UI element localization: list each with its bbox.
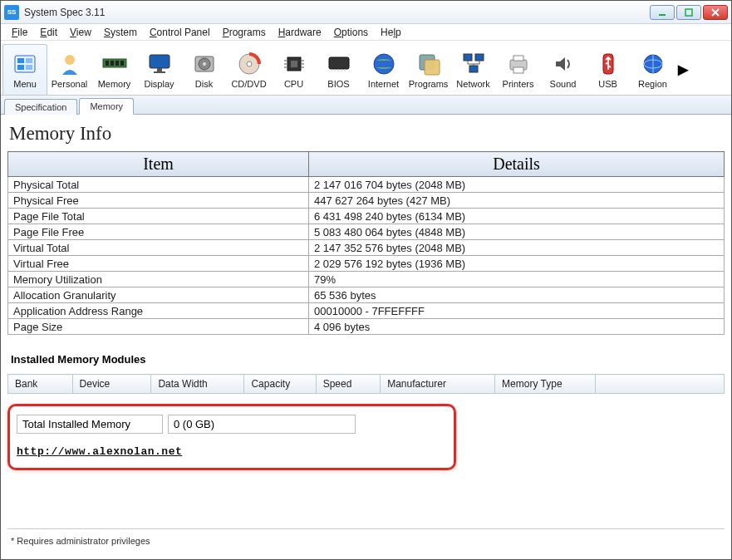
svg-rect-8 (26, 65, 32, 70)
table-row: Virtual Total2 147 352 576 bytes (2048 M… (8, 240, 725, 256)
col-details: Details (309, 152, 725, 177)
svg-rect-16 (157, 68, 162, 71)
modules-table: Bank Device Data Width Capacity Speed Ma… (7, 374, 725, 394)
tool-label: Display (144, 79, 174, 89)
menu-controlpanel[interactable]: Control Panel (144, 25, 216, 40)
modules-col-speed[interactable]: Speed (316, 375, 381, 394)
svg-rect-31 (329, 57, 349, 69)
window-title: System Spec 3.11 (24, 7, 650, 18)
svg-rect-15 (150, 55, 169, 68)
minimize-button[interactable] (650, 5, 675, 20)
table-row: Application Address Range00010000 - 7FFE… (8, 303, 725, 319)
cpu-icon (281, 51, 307, 77)
programs-icon (415, 51, 442, 77)
modules-col-capacity[interactable]: Capacity (244, 375, 316, 394)
tool-network[interactable]: Network (451, 44, 496, 95)
toolbar-overflow[interactable]: ▶ (676, 44, 690, 95)
tool-programs[interactable]: Programs (406, 44, 451, 95)
app-icon: SS (4, 5, 19, 20)
menu-hardware[interactable]: Hardware (273, 25, 327, 40)
region-icon (640, 51, 666, 77)
app-window: SS System Spec 3.11 File Edit View Syste… (0, 0, 732, 560)
memory-info-table: Item Details Physical Total2 147 016 704… (7, 151, 725, 335)
svg-rect-12 (111, 61, 114, 66)
tool-internet[interactable]: Internet (361, 44, 406, 95)
svg-rect-24 (291, 61, 297, 67)
menu-programs[interactable]: Programs (217, 25, 272, 40)
bios-icon (326, 51, 352, 77)
col-item: Item (8, 152, 309, 177)
tab-memory[interactable]: Memory (79, 98, 134, 115)
tool-cpu[interactable]: CPU (272, 44, 317, 95)
menu-system[interactable]: System (98, 25, 143, 40)
disk-icon (191, 51, 218, 77)
modules-col-datawidth[interactable]: Data Width (151, 375, 244, 394)
modules-col-spacer (595, 375, 724, 394)
table-row: Page File Total6 431 498 240 bytes (6134… (8, 209, 725, 224)
modules-col-bank[interactable]: Bank (8, 375, 73, 394)
internet-icon (371, 51, 397, 77)
svg-point-22 (247, 61, 252, 66)
svg-rect-14 (120, 61, 124, 66)
tool-label: Memory (98, 79, 131, 89)
toolbar: Menu Personal Memory Display Disk CD/DVD… (1, 41, 731, 96)
table-row: Physical Free447 627 264 bytes (427 MB) (8, 193, 725, 209)
table-row: Virtual Free2 029 576 192 bytes (1936 MB… (8, 256, 725, 272)
tool-label: CD/DVD (231, 79, 266, 89)
tool-label: Disk (195, 79, 213, 89)
tool-sound[interactable]: Sound (541, 44, 586, 95)
usb-icon (595, 51, 621, 77)
menubar: File Edit View System Control Panel Prog… (1, 24, 731, 41)
tool-label: USB (598, 79, 617, 89)
menu-icon (12, 51, 38, 77)
menu-options[interactable]: Options (328, 25, 374, 40)
tool-label: Menu (13, 79, 37, 89)
tool-bios[interactable]: BIOS (317, 44, 361, 95)
tool-display[interactable]: Display (137, 44, 182, 95)
tool-menu[interactable]: Menu (2, 44, 47, 95)
installed-modules-section: Installed Memory Modules Bank Device Dat… (7, 353, 725, 470)
menu-view[interactable]: View (64, 25, 97, 40)
tool-cd[interactable]: CD/DVD (227, 44, 272, 95)
table-row: Page Size4 096 bytes (8, 319, 725, 335)
tool-label: Sound (550, 79, 577, 89)
svg-rect-17 (154, 71, 165, 73)
tool-label: Personal (52, 79, 87, 89)
menu-file[interactable]: File (6, 25, 33, 40)
tool-disk[interactable]: Disk (182, 44, 227, 95)
memory-icon (101, 51, 128, 77)
tabs: Specification Memory (1, 96, 731, 115)
website-link[interactable]: http://www.alexnolan.net (17, 445, 447, 458)
tool-label: Internet (368, 79, 399, 89)
tool-label: Network (456, 79, 489, 89)
highlight-box: Total Installed Memory http://www.alexno… (7, 404, 456, 470)
tool-usb[interactable]: USB (586, 44, 631, 95)
page-title: Memory Info (7, 120, 725, 151)
tab-specification[interactable]: Specification (4, 99, 77, 115)
modules-col-manufacturer[interactable]: Manufacturer (381, 375, 495, 394)
tool-printers[interactable]: Printers (496, 44, 541, 95)
personal-icon (56, 51, 83, 77)
printers-icon (505, 51, 532, 77)
svg-rect-42 (469, 66, 478, 72)
svg-rect-11 (106, 61, 109, 66)
tool-memory[interactable]: Memory (92, 44, 137, 95)
svg-rect-5 (17, 58, 24, 63)
tool-personal[interactable]: Personal (47, 44, 92, 95)
footer-note: * Requires administrator privileges (7, 528, 725, 553)
cd-icon (236, 51, 263, 77)
sound-icon (550, 51, 577, 77)
menu-help[interactable]: Help (375, 25, 407, 40)
svg-rect-40 (464, 54, 472, 61)
close-button[interactable] (703, 5, 728, 20)
modules-col-device[interactable]: Device (72, 375, 151, 394)
modules-col-memorytype[interactable]: Memory Type (495, 375, 596, 394)
total-installed-label: Total Installed Memory (17, 415, 163, 434)
network-icon (460, 51, 487, 77)
svg-rect-41 (475, 54, 484, 61)
content-panel: Memory Info Item Details Physical Total2… (1, 115, 731, 559)
maximize-button[interactable] (676, 5, 701, 20)
menu-edit[interactable]: Edit (34, 25, 63, 40)
total-installed-input[interactable] (168, 415, 356, 434)
tool-region[interactable]: Region (631, 44, 676, 95)
